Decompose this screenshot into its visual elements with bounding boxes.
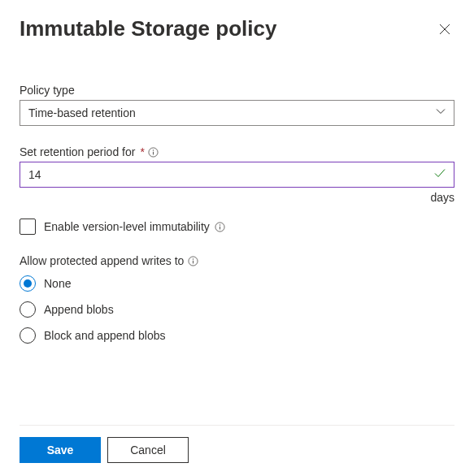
radio-block-append[interactable] xyxy=(20,327,36,344)
save-button[interactable]: Save xyxy=(20,437,101,463)
retention-unit: days xyxy=(20,191,454,204)
policy-type-select-wrap xyxy=(20,100,454,126)
retention-input[interactable] xyxy=(20,162,454,188)
append-writes-label-row: Allow protected append writes to xyxy=(20,254,454,267)
info-icon[interactable] xyxy=(187,255,198,266)
svg-point-3 xyxy=(153,149,154,150)
append-writes-label: Allow protected append writes to xyxy=(20,254,184,267)
retention-label-row: Set retention period for * xyxy=(20,145,454,158)
panel-body: Policy type Set retention period for * xyxy=(20,84,454,425)
version-level-row: Enable version-level immutability xyxy=(20,219,454,235)
radio-block-append-label: Block and append blobs xyxy=(44,329,165,342)
cancel-button[interactable]: Cancel xyxy=(107,437,189,463)
info-icon[interactable] xyxy=(215,221,226,232)
version-level-checkbox[interactable] xyxy=(20,219,36,235)
radio-row-block-append: Block and append blobs xyxy=(20,327,454,344)
panel-header: Immutable Storage policy xyxy=(20,16,454,41)
radio-none[interactable] xyxy=(20,275,36,292)
close-icon xyxy=(438,23,451,36)
radio-row-append: Append blobs xyxy=(20,301,454,318)
append-writes-radio-group: None Append blobs Block and append blobs xyxy=(20,275,454,344)
retention-label: Set retention period for xyxy=(20,145,135,158)
radio-row-none: None xyxy=(20,275,454,292)
radio-none-label: None xyxy=(44,277,71,290)
policy-type-label: Policy type xyxy=(20,84,454,97)
version-level-label-wrap: Enable version-level immutability xyxy=(44,220,226,233)
close-button[interactable] xyxy=(435,19,454,39)
retention-input-wrap xyxy=(20,162,454,188)
immutable-storage-policy-panel: Immutable Storage policy Policy type Set… xyxy=(0,0,474,476)
radio-append[interactable] xyxy=(20,301,36,318)
required-asterisk: * xyxy=(140,145,144,158)
svg-point-9 xyxy=(193,258,194,259)
panel-title: Immutable Storage policy xyxy=(20,16,276,41)
info-icon[interactable] xyxy=(148,146,159,158)
panel-footer: Save Cancel xyxy=(20,425,454,463)
policy-type-select[interactable] xyxy=(20,100,454,126)
radio-append-label: Append blobs xyxy=(44,303,114,316)
version-level-label: Enable version-level immutability xyxy=(44,220,210,233)
svg-point-6 xyxy=(220,224,220,225)
